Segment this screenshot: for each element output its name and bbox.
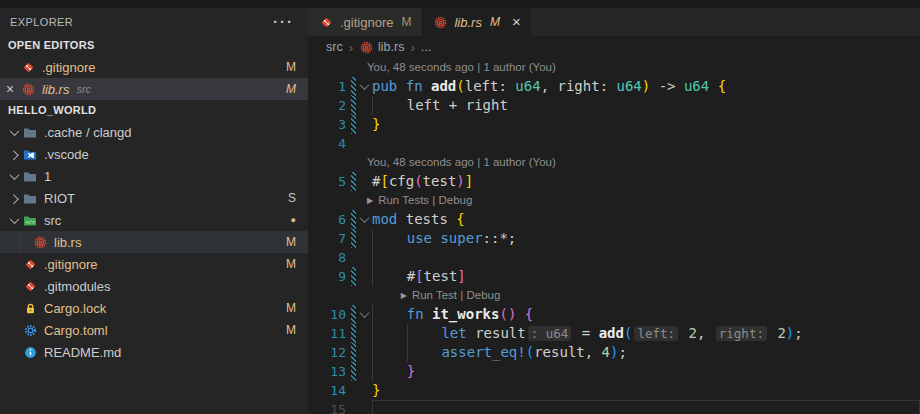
- file-label: src: [44, 213, 61, 228]
- code-text: left + right: [372, 96, 508, 115]
- line-number: 2: [308, 96, 351, 115]
- modified-badge: M: [401, 15, 411, 29]
- code-text: mod tests {: [372, 210, 465, 229]
- tree-item[interactable]: Cargo.tomlM: [0, 319, 308, 341]
- fold-slot: [356, 324, 372, 343]
- codelens-row[interactable]: You, 48 seconds ago | 1 author (You): [308, 58, 920, 77]
- code-text: #[test]: [372, 267, 466, 286]
- fold-slot: [356, 343, 372, 362]
- code-text: assert_eq!(result, 4);: [372, 343, 627, 362]
- line-number: 9: [308, 267, 351, 286]
- tree-item[interactable]: </>src●: [0, 209, 308, 231]
- line-number: 5: [308, 172, 351, 191]
- tree-item[interactable]: .vscode: [0, 143, 308, 165]
- submodule-badge: S: [288, 191, 296, 205]
- tree-item[interactable]: .gitignoreM: [0, 253, 308, 275]
- code-line[interactable]: 8: [308, 248, 920, 267]
- codelens[interactable]: ▶Run Tests | Debug: [308, 191, 472, 210]
- tree-item[interactable]: 1: [0, 165, 308, 187]
- codelens-text: Run Test | Debug: [412, 286, 500, 305]
- codelens-text: You, 48 seconds ago | 1 author (You): [367, 153, 556, 172]
- tab[interactable]: Rlib.rsM×: [422, 8, 530, 36]
- codelens-row[interactable]: ▶Run Test | Debug: [308, 286, 920, 305]
- modified-badge: M: [286, 235, 296, 249]
- code-line[interactable]: 1pub fn add(left: u64, right: u64) -> u6…: [308, 77, 920, 96]
- breadcrumb-item[interactable]: lib.rs: [378, 40, 404, 54]
- breadcrumb-item[interactable]: src: [326, 40, 343, 54]
- breadcrumb-item[interactable]: ...: [421, 40, 431, 54]
- breadcrumb-separator: ›: [410, 40, 414, 55]
- file-detail: src: [76, 83, 91, 95]
- codelens[interactable]: You, 48 seconds ago | 1 author (You): [308, 153, 556, 172]
- chevron-down-icon[interactable]: [6, 173, 22, 180]
- tree-item[interactable]: README.md: [0, 341, 308, 363]
- folder-icon: [22, 191, 38, 205]
- run-icon[interactable]: ▶: [367, 191, 373, 210]
- run-icon[interactable]: ▶: [401, 286, 407, 305]
- fold-icon[interactable]: [356, 77, 372, 96]
- tab[interactable]: .gitignoreM: [308, 8, 421, 36]
- tab-close-icon[interactable]: ×: [512, 15, 521, 29]
- tree-item[interactable]: Rlib.rsM: [0, 231, 308, 253]
- inlay-hint: left:: [634, 326, 678, 341]
- gear-icon: [22, 323, 38, 337]
- code-line[interactable]: 6mod tests {: [308, 210, 920, 229]
- rust-icon: R: [20, 82, 36, 96]
- close-icon[interactable]: ×: [0, 78, 20, 100]
- tab-label: .gitignore: [340, 15, 393, 30]
- fold-slot: [356, 96, 372, 115]
- tree-item[interactable]: .gitmodules: [0, 275, 308, 297]
- file-label: lib.rs: [42, 82, 69, 97]
- file-label: Cargo.lock: [44, 301, 106, 316]
- code-line[interactable]: 3}: [308, 115, 920, 134]
- breadcrumb: src›Rlib.rs›...: [308, 36, 920, 58]
- tree-item[interactable]: RIOTS: [0, 187, 308, 209]
- explorer-actions-icon[interactable]: ···: [273, 17, 294, 27]
- chevron-down-icon[interactable]: [6, 217, 22, 224]
- tree-item[interactable]: Cargo.lockM: [0, 297, 308, 319]
- open-editor-item[interactable]: .gitignoreM: [0, 56, 308, 78]
- explorer-title: EXPLORER: [10, 16, 73, 28]
- folder-icon: [22, 125, 38, 139]
- line-number: 12: [308, 343, 351, 362]
- codelens-row[interactable]: ▶Run Tests | Debug: [308, 191, 920, 210]
- fold-slot: [356, 248, 372, 267]
- codelens[interactable]: ▶Run Test | Debug: [308, 286, 500, 305]
- code-line[interactable]: 13 }: [308, 362, 920, 381]
- code-line[interactable]: 2 left + right: [308, 96, 920, 115]
- code-line[interactable]: 4: [308, 134, 920, 153]
- fold-icon[interactable]: [356, 305, 372, 324]
- line-number: 8: [308, 248, 351, 267]
- chevron-right-icon[interactable]: [6, 151, 22, 158]
- code-line[interactable]: 15: [308, 400, 920, 414]
- code-text: }: [372, 362, 415, 381]
- file-label: 1: [44, 169, 51, 184]
- file-label: .cache / clangd: [44, 125, 131, 140]
- codelens-row[interactable]: You, 48 seconds ago | 1 author (You): [308, 153, 920, 172]
- code-line[interactable]: 11 let result: u64 = add(left: 2, right:…: [308, 324, 920, 343]
- chevron-down-icon[interactable]: [6, 129, 22, 136]
- code-text: pub fn add(left: u64, right: u64) -> u64…: [372, 77, 726, 96]
- code-line[interactable]: 9 #[test]: [308, 267, 920, 286]
- modified-badge: M: [286, 82, 296, 96]
- svg-text:R: R: [26, 86, 31, 92]
- fold-icon[interactable]: [356, 210, 372, 229]
- tree-item[interactable]: .cache / clangd: [0, 121, 308, 143]
- code-line[interactable]: 5#[cfg(test)]: [308, 172, 920, 191]
- line-number: 4: [308, 134, 351, 153]
- codelens[interactable]: You, 48 seconds ago | 1 author (You): [308, 58, 556, 77]
- code-text: }: [372, 115, 380, 134]
- chevron-right-icon[interactable]: [6, 195, 22, 202]
- code-line[interactable]: 14}: [308, 381, 920, 400]
- project-header[interactable]: HELLO_WORLD: [0, 100, 308, 121]
- src-folder-icon: </>: [22, 213, 38, 227]
- file-label: Cargo.toml: [44, 323, 108, 338]
- code-line[interactable]: 12 assert_eq!(result, 4);: [308, 343, 920, 362]
- code-line[interactable]: 7 use super::*;: [308, 229, 920, 248]
- open-editors-header[interactable]: OPEN EDITORS: [0, 35, 308, 56]
- code-editor[interactable]: You, 48 seconds ago | 1 author (You)1pub…: [308, 58, 920, 414]
- code-text: use super::*;: [372, 229, 516, 248]
- open-editor-item[interactable]: ×Rlib.rssrcM: [0, 78, 308, 100]
- rust-icon: R: [32, 235, 48, 249]
- code-line[interactable]: 10 fn it_works() {: [308, 305, 920, 324]
